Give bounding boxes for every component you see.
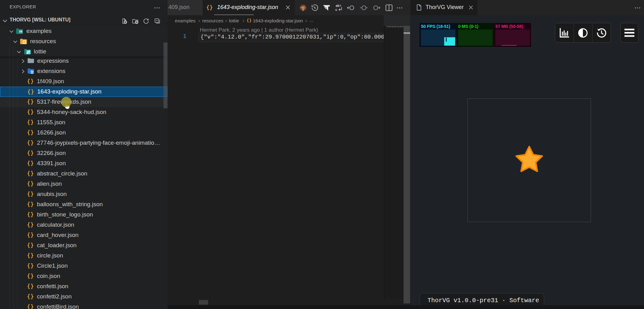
svg-text:ab: ab (336, 4, 340, 7)
svg-text:c: c (335, 8, 337, 11)
